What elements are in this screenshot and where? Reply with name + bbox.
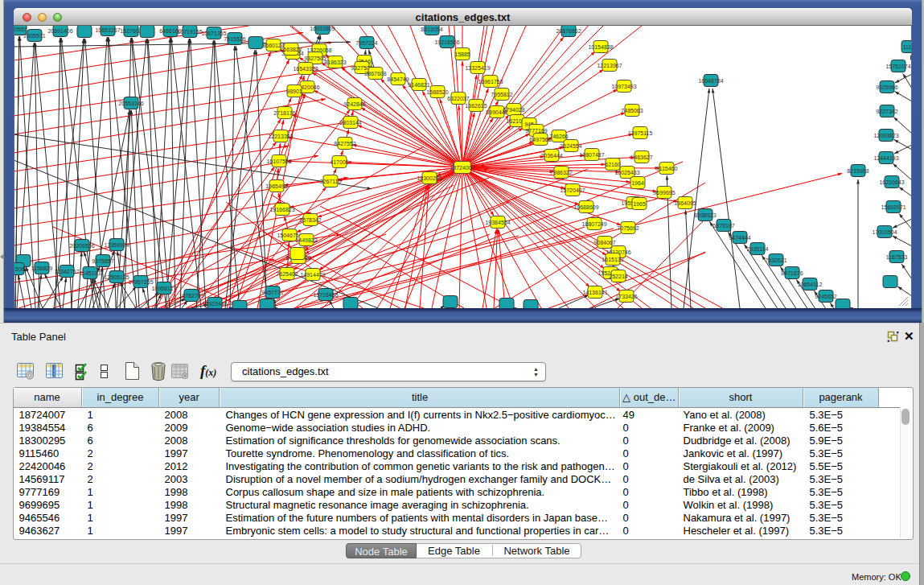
svg-text:1362615: 1362615 bbox=[465, 102, 487, 108]
svg-text:7515526: 7515526 bbox=[224, 35, 245, 41]
svg-text:2935114: 2935114 bbox=[747, 245, 769, 251]
svg-text:16033809: 16033809 bbox=[310, 26, 335, 31]
svg-text:9474444: 9474444 bbox=[729, 234, 750, 240]
svg-text:15720407: 15720407 bbox=[560, 187, 585, 192]
svg-text:10671355: 10671355 bbox=[201, 30, 226, 35]
svg-text:19218506: 19218506 bbox=[434, 39, 459, 44]
svg-text:8186323: 8186323 bbox=[324, 59, 346, 64]
svg-text:2867608: 2867608 bbox=[364, 70, 386, 76]
svg-text:9245652: 9245652 bbox=[815, 293, 836, 299]
svg-text:14136141: 14136141 bbox=[582, 289, 607, 295]
svg-text:9084067: 9084067 bbox=[593, 239, 615, 245]
svg-text:12093823: 12093823 bbox=[873, 132, 898, 138]
svg-text:15885: 15885 bbox=[454, 51, 470, 56]
svg-text:7663822: 7663822 bbox=[280, 46, 302, 51]
svg-text:8471676: 8471676 bbox=[781, 270, 803, 275]
svg-text:8215958: 8215958 bbox=[847, 167, 869, 173]
svg-text:10154838: 10154838 bbox=[588, 43, 613, 49]
svg-text:7957224: 7957224 bbox=[355, 39, 377, 45]
svg-text:1112: 1112 bbox=[903, 43, 912, 49]
svg-text:7485063: 7485063 bbox=[621, 107, 643, 113]
svg-text:9227342: 9227342 bbox=[876, 108, 897, 113]
svg-text:5578342: 5578342 bbox=[299, 216, 321, 222]
svg-text:18807249: 18807249 bbox=[581, 220, 606, 226]
svg-text:9327505: 9327505 bbox=[304, 55, 326, 60]
svg-text:19384554: 19384554 bbox=[485, 219, 510, 225]
svg-text:1449822: 1449822 bbox=[295, 237, 317, 242]
svg-text:1615132: 1615132 bbox=[602, 256, 623, 262]
svg-text:7075692: 7075692 bbox=[617, 225, 639, 230]
svg-text:7632621: 7632621 bbox=[765, 257, 786, 262]
svg-text:3267110: 3267110 bbox=[320, 178, 342, 183]
svg-text:20206556: 20206556 bbox=[69, 242, 94, 248]
svg-text:1156829: 1156829 bbox=[31, 265, 53, 270]
svg-text:17010504: 17010504 bbox=[872, 229, 897, 234]
svg-text:417006: 417006 bbox=[330, 159, 348, 164]
svg-text:1167533: 1167533 bbox=[886, 253, 908, 259]
svg-text:16543382: 16543382 bbox=[293, 65, 318, 71]
svg-text:9242848: 9242848 bbox=[343, 101, 365, 106]
svg-text:12213967: 12213967 bbox=[597, 62, 622, 68]
svg-text:6322037: 6322037 bbox=[447, 95, 469, 101]
svg-text:16961758: 16961758 bbox=[478, 78, 503, 84]
svg-text:20876862: 20876862 bbox=[556, 27, 581, 33]
svg-text:16107553: 16107553 bbox=[266, 158, 291, 163]
svg-text:12923446: 12923446 bbox=[202, 300, 227, 306]
svg-text:746266: 746266 bbox=[549, 133, 568, 138]
svg-text:1964: 1964 bbox=[631, 179, 644, 185]
svg-text:7625402: 7625402 bbox=[276, 270, 298, 276]
svg-text:17359924: 17359924 bbox=[104, 241, 129, 247]
svg-text:6794028: 6794028 bbox=[503, 106, 524, 112]
svg-text:7986322: 7986322 bbox=[550, 169, 572, 175]
svg-text:1965498: 1965498 bbox=[265, 183, 287, 188]
svg-text:13975115: 13975115 bbox=[628, 130, 653, 135]
svg-text:9463627: 9463627 bbox=[630, 154, 652, 159]
svg-text:2005571: 2005571 bbox=[23, 32, 45, 38]
svg-text:20553146: 20553146 bbox=[118, 100, 143, 105]
svg-text:12213383: 12213383 bbox=[268, 133, 293, 138]
svg-text:16782759: 16782759 bbox=[179, 292, 203, 298]
svg-text:2803144: 2803144 bbox=[339, 119, 361, 125]
svg-text:18724007: 18724007 bbox=[450, 164, 474, 170]
svg-text:8938923: 8938923 bbox=[694, 212, 716, 217]
svg-text:10653267: 10653267 bbox=[95, 27, 120, 32]
svg-text:20557: 20557 bbox=[14, 26, 27, 31]
svg-text:2036444: 2036444 bbox=[540, 152, 562, 158]
svg-text:10973493: 10973493 bbox=[611, 83, 636, 89]
svg-text:16648784: 16648784 bbox=[698, 77, 723, 83]
svg-text:1588520: 1588520 bbox=[426, 89, 448, 94]
svg-text:15692971: 15692971 bbox=[881, 204, 906, 209]
svg-text:6497568: 6497568 bbox=[529, 136, 551, 142]
svg-text:1965: 1965 bbox=[633, 200, 646, 206]
svg-text:252214: 252214 bbox=[609, 273, 627, 278]
svg-text:19166823: 19166823 bbox=[269, 206, 294, 212]
svg-text:10807487: 10807487 bbox=[579, 151, 604, 157]
svg-text:9699695: 9699695 bbox=[653, 189, 675, 195]
svg-text:3915061: 3915061 bbox=[14, 266, 28, 271]
svg-text:18300295: 18300295 bbox=[417, 175, 441, 180]
svg-text:17957255: 17957255 bbox=[128, 278, 153, 284]
svg-text:2718176: 2718176 bbox=[273, 109, 295, 115]
svg-text:1527602: 1527602 bbox=[120, 27, 142, 33]
svg-text:9777169: 9777169 bbox=[525, 127, 547, 133]
svg-text:10688609: 10688609 bbox=[573, 204, 598, 209]
svg-text:15751074: 15751074 bbox=[885, 63, 910, 68]
svg-text:12505135: 12505135 bbox=[104, 274, 129, 279]
svg-text:98901: 98901 bbox=[286, 88, 302, 93]
svg-text:13716485: 13716485 bbox=[313, 291, 338, 297]
svg-text:8454749: 8454749 bbox=[387, 76, 409, 81]
svg-text:10025433: 10025433 bbox=[614, 169, 639, 175]
svg-text:13325419: 13325419 bbox=[465, 64, 490, 70]
svg-text:8427552: 8427552 bbox=[334, 140, 355, 146]
svg-text:10654112: 10654112 bbox=[798, 281, 823, 286]
svg-text:12444193: 12444193 bbox=[873, 154, 898, 160]
svg-text:8813054: 8813054 bbox=[421, 26, 442, 31]
svg-text:9146821: 9146821 bbox=[408, 81, 429, 87]
svg-text:9115460: 9115460 bbox=[656, 165, 678, 171]
svg-text:10958127: 10958127 bbox=[151, 285, 176, 290]
svg-text:14914479: 14914479 bbox=[300, 271, 325, 277]
svg-text:6879197: 6879197 bbox=[713, 222, 734, 228]
svg-text:20691406: 20691406 bbox=[47, 27, 72, 33]
svg-text:1964095: 1964095 bbox=[674, 200, 696, 205]
svg-text:7955812: 7955812 bbox=[491, 91, 512, 97]
